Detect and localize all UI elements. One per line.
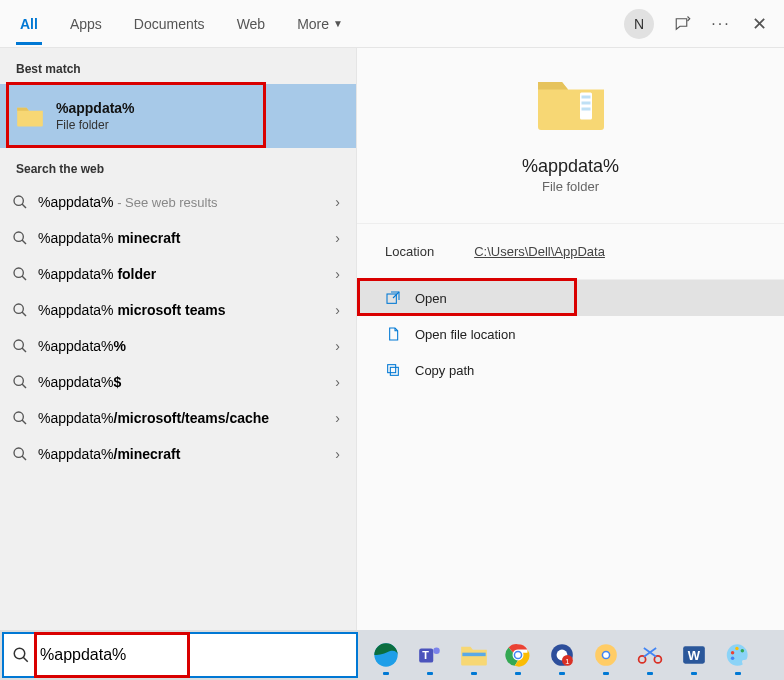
best-match-item[interactable]: %appdata% File folder — [0, 84, 356, 148]
more-icon[interactable]: ··· — [712, 15, 730, 33]
action-open-label: Open — [415, 291, 447, 306]
svg-point-23 — [14, 648, 25, 659]
taskbar-edge[interactable] — [368, 637, 404, 673]
web-result-item[interactable]: %appdata% - See web results› — [0, 184, 356, 220]
svg-line-15 — [22, 456, 26, 460]
detail-header: %appdata% File folder — [357, 72, 784, 223]
section-best-match: Best match — [0, 48, 356, 84]
svg-point-39 — [603, 652, 609, 658]
svg-rect-19 — [581, 108, 590, 111]
svg-point-46 — [741, 649, 744, 652]
svg-point-47 — [731, 657, 734, 660]
tab-web[interactable]: Web — [233, 4, 270, 44]
action-open-location-label: Open file location — [415, 327, 515, 342]
taskbar-file-explorer[interactable] — [456, 637, 492, 673]
chevron-right-icon: › — [335, 302, 340, 318]
web-result-item[interactable]: %appdata% microsoft teams› — [0, 292, 356, 328]
tab-more-label: More — [297, 16, 329, 32]
search-input[interactable] — [40, 646, 348, 664]
taskbar-chrome-canary[interactable] — [588, 637, 624, 673]
svg-rect-17 — [581, 96, 590, 99]
svg-line-5 — [22, 276, 26, 280]
svg-rect-22 — [388, 365, 396, 373]
svg-text:1: 1 — [565, 657, 569, 666]
svg-point-4 — [14, 268, 23, 277]
web-results-list: %appdata% - See web results›%appdata% mi… — [0, 184, 356, 472]
tab-documents[interactable]: Documents — [130, 4, 209, 44]
chevron-right-icon: › — [335, 338, 340, 354]
detail-sub: File folder — [542, 179, 599, 194]
search-icon — [12, 230, 28, 246]
svg-point-10 — [14, 376, 23, 385]
tabs-right: N ··· ✕ — [624, 9, 768, 39]
svg-point-44 — [731, 651, 734, 654]
taskbar-app-generic-1[interactable]: 1 — [544, 637, 580, 673]
close-icon[interactable]: ✕ — [750, 15, 768, 33]
best-match-title: %appdata% — [56, 100, 135, 116]
search-icon — [12, 446, 28, 462]
chevron-right-icon: › — [335, 230, 340, 246]
svg-text:W: W — [688, 648, 701, 663]
taskbar-snip[interactable] — [632, 637, 668, 673]
web-result-item[interactable]: %appdata%%› — [0, 328, 356, 364]
open-icon — [385, 290, 401, 306]
best-match-text: %appdata% File folder — [56, 100, 135, 132]
taskbar-teams[interactable]: T — [412, 637, 448, 673]
search-icon — [12, 646, 30, 664]
svg-point-12 — [14, 412, 23, 421]
taskbar-paint[interactable] — [720, 637, 756, 673]
search-icon — [12, 302, 28, 318]
svg-point-32 — [515, 652, 521, 658]
svg-point-8 — [14, 340, 23, 349]
svg-point-6 — [14, 304, 23, 313]
tab-apps[interactable]: Apps — [66, 4, 106, 44]
action-copy-path-label: Copy path — [415, 363, 474, 378]
bottom-bar: T 1 W — [0, 630, 784, 680]
chevron-right-icon: › — [335, 410, 340, 426]
web-result-text: %appdata%/minecraft — [38, 446, 325, 462]
web-result-item[interactable]: %appdata% minecraft› — [0, 220, 356, 256]
search-icon — [12, 194, 28, 210]
detail-panel: %appdata% File folder Location C:\Users\… — [356, 48, 784, 630]
search-icon — [12, 338, 28, 354]
tab-all[interactable]: All — [16, 4, 42, 44]
web-result-text: %appdata%$ — [38, 374, 325, 390]
detail-title: %appdata% — [522, 156, 619, 177]
file-location-icon — [385, 326, 401, 342]
svg-rect-29 — [462, 653, 485, 657]
svg-line-24 — [23, 657, 28, 662]
copy-icon — [385, 362, 401, 378]
chevron-right-icon: › — [335, 374, 340, 390]
web-result-item[interactable]: %appdata%$› — [0, 364, 356, 400]
avatar[interactable]: N — [624, 9, 654, 39]
action-open-location[interactable]: Open file location — [357, 316, 784, 352]
taskbar-word[interactable]: W — [676, 637, 712, 673]
svg-point-14 — [14, 448, 23, 457]
taskbar: T 1 W — [360, 630, 784, 680]
web-result-item[interactable]: %appdata% folder› — [0, 256, 356, 292]
section-search-web: Search the web — [0, 148, 356, 184]
search-icon — [12, 410, 28, 426]
action-open[interactable]: Open — [357, 280, 784, 316]
annotation-highlight — [6, 82, 266, 148]
taskbar-chrome[interactable] — [500, 637, 536, 673]
chevron-down-icon: ▼ — [333, 18, 343, 29]
search-box[interactable] — [2, 632, 358, 678]
tab-more[interactable]: More ▼ — [293, 4, 347, 44]
action-copy-path[interactable]: Copy path — [357, 352, 784, 388]
web-result-text: %appdata% - See web results — [38, 194, 325, 210]
feedback-icon[interactable] — [674, 15, 692, 33]
web-result-item[interactable]: %appdata%/minecraft› — [0, 436, 356, 472]
svg-line-3 — [22, 240, 26, 244]
web-result-text: %appdata% minecraft — [38, 230, 325, 246]
best-match-sub: File folder — [56, 118, 135, 132]
chevron-right-icon: › — [335, 194, 340, 210]
location-path-link[interactable]: C:\Users\Dell\AppData — [474, 244, 605, 259]
search-icon — [12, 374, 28, 390]
svg-line-1 — [22, 204, 26, 208]
svg-line-13 — [22, 420, 26, 424]
web-result-item[interactable]: %appdata%/microsoft/teams/cache› — [0, 400, 356, 436]
svg-line-7 — [22, 312, 26, 316]
svg-point-45 — [735, 647, 738, 650]
svg-line-11 — [22, 384, 26, 388]
